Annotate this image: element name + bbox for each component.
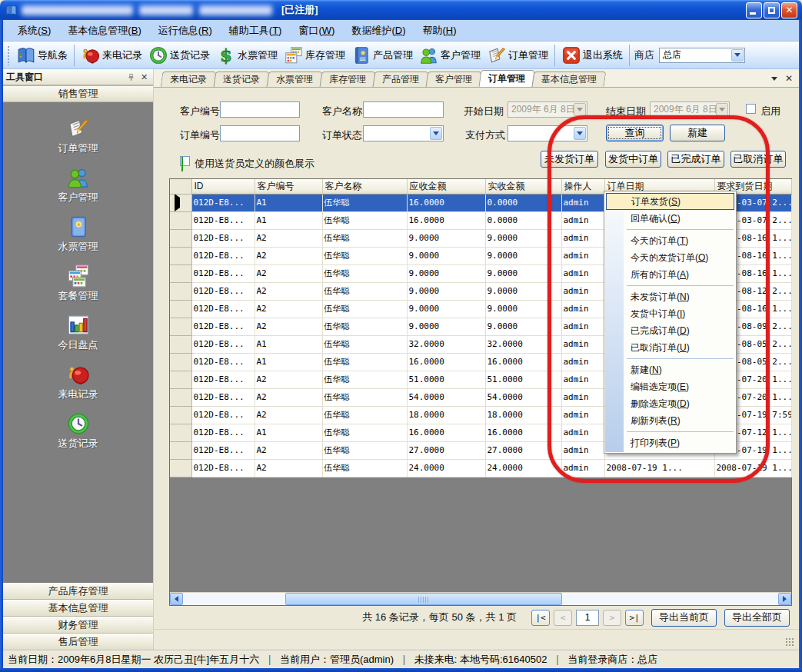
toolbar-button-navigator-icon[interactable]: 导航条: [13, 44, 71, 67]
sidebar-section-基本信息管理[interactable]: 基本信息管理: [3, 600, 153, 617]
tab-订单管理[interactable]: 订单管理: [478, 70, 534, 87]
tab-客户管理[interactable]: 客户管理: [426, 72, 482, 87]
menu-item[interactable]: 系统(S): [9, 22, 59, 40]
context-menu-item[interactable]: 未发货订单(N): [605, 288, 735, 305]
toolbar-button-call-record-icon[interactable]: 来电记录: [78, 44, 145, 67]
context-menu-item[interactable]: 回单确认(C): [605, 210, 735, 227]
menu-item[interactable]: 基本信息管理(B): [59, 22, 149, 40]
toolbar-button-water-ticket-icon[interactable]: $水票管理: [213, 44, 281, 67]
sidebar-item-水票管理[interactable]: 水票管理: [3, 215, 153, 264]
column-header[interactable]: 操作人: [561, 179, 604, 194]
query-button[interactable]: 查询: [606, 125, 664, 141]
pin-icon[interactable]: [125, 72, 137, 83]
context-menu-item[interactable]: 已取消订单(U): [605, 339, 735, 356]
chevron-down-icon[interactable]: [430, 127, 442, 140]
prev-page-button[interactable]: <: [554, 610, 572, 626]
start-date-picker[interactable]: 2009年 6月 8日: [507, 101, 587, 118]
new-button[interactable]: 新建: [670, 125, 725, 141]
scrollbar-thumb[interactable]: [285, 593, 562, 605]
status-filter-button-已取消订单[interactable]: 已取消订单: [730, 151, 786, 168]
tab-水票管理[interactable]: 水票管理: [267, 72, 323, 87]
customer-name-input[interactable]: [363, 101, 444, 118]
chevron-down-icon[interactable]: [574, 103, 586, 116]
close-button[interactable]: ✕: [781, 2, 797, 18]
menu-item[interactable]: 窗口(W): [290, 22, 343, 40]
context-menu-item[interactable]: 打印列表(P): [605, 434, 735, 451]
enable-checkbox[interactable]: [746, 104, 756, 114]
minimize-button[interactable]: [746, 2, 762, 18]
column-header[interactable]: 实收金额: [485, 179, 561, 194]
column-header[interactable]: 客户名称: [322, 179, 407, 194]
context-menu-item[interactable]: 所有的订单(A): [605, 266, 735, 283]
toolbar-button-product-icon[interactable]: 产品管理: [348, 44, 416, 67]
tab-产品管理[interactable]: 产品管理: [373, 72, 429, 87]
context-menu-item[interactable]: 订单发货(S): [606, 193, 734, 210]
sidebar-section-产品库存管理[interactable]: 产品库存管理: [3, 583, 153, 600]
chevron-down-icon[interactable]: [771, 77, 777, 81]
chevron-down-icon[interactable]: [731, 49, 744, 62]
context-menu-item[interactable]: 刷新列表(R): [605, 412, 735, 429]
chevron-down-icon[interactable]: [574, 127, 586, 140]
horizontal-scrollbar[interactable]: [170, 592, 791, 605]
sidebar-item-label: 订单管理: [58, 141, 98, 155]
maximize-button[interactable]: [764, 2, 780, 18]
sidebar-section-sales[interactable]: 销售管理: [3, 85, 153, 102]
toolbar-button-order-icon[interactable]: 订单管理: [484, 44, 551, 67]
last-page-button[interactable]: >|: [625, 610, 644, 626]
end-date-picker[interactable]: 2009年 6月 8日: [650, 101, 730, 118]
context-menu-item[interactable]: 已完成订单(D): [605, 322, 735, 339]
sidebar-item-来电记录[interactable]: 来电记录: [3, 362, 153, 411]
export-all-pages-button[interactable]: 导出全部页: [724, 609, 790, 627]
status-filter-button-未发货订单[interactable]: 未发货订单: [541, 151, 598, 168]
menu-item[interactable]: 数据维护(D): [343, 22, 414, 40]
scroll-right-icon[interactable]: [778, 593, 791, 605]
tab-送货记录[interactable]: 送货记录: [214, 72, 270, 87]
color-checkbox[interactable]: [180, 156, 190, 166]
toolbar-button-inventory-icon[interactable]: 库存管理: [281, 44, 348, 67]
sidebar-section-售后管理[interactable]: 售后管理: [3, 634, 153, 650]
first-page-button[interactable]: |<: [531, 610, 550, 626]
close-icon[interactable]: ✕: [138, 72, 150, 83]
context-menu-item[interactable]: 新建(N): [605, 361, 735, 378]
tab-库存管理[interactable]: 库存管理: [320, 72, 376, 87]
page-number-input[interactable]: [576, 610, 599, 626]
table-row[interactable]: 012D-E8...A2伍华聪24.000024.0000admin2008-0…: [170, 459, 791, 477]
order-status-select[interactable]: [363, 125, 444, 141]
column-header[interactable]: 客户编号: [255, 179, 322, 194]
sidebar-item-客户管理[interactable]: 客户管理: [3, 165, 153, 215]
status-filter-button-已完成订单[interactable]: 已完成订单: [667, 151, 724, 168]
column-header[interactable]: ID: [191, 179, 255, 194]
context-menu-item[interactable]: 发货中订单(I): [605, 305, 735, 322]
chevron-down-icon[interactable]: [716, 103, 728, 116]
context-menu-item[interactable]: 今天的订单(T): [605, 232, 735, 249]
context-menu-item[interactable]: 编辑选定项(E): [605, 378, 735, 395]
menu-item[interactable]: 帮助(H): [414, 22, 464, 40]
toolbar-button-customer-icon[interactable]: 客户管理: [416, 44, 484, 67]
close-icon[interactable]: ✕: [785, 73, 793, 84]
toolbar-grip[interactable]: [7, 45, 11, 65]
column-header[interactable]: 应收金额: [407, 179, 485, 194]
context-menu-item[interactable]: 今天的发货订单(O): [605, 249, 735, 266]
sidebar-item-送货记录[interactable]: 送货记录: [3, 411, 153, 461]
sidebar-item-套餐管理[interactable]: 套餐管理: [3, 264, 153, 313]
scroll-left-icon[interactable]: [170, 593, 183, 605]
sidebar-item-今日盘点[interactable]: 今日盘点: [3, 313, 153, 362]
status-filter-button-发货中订单[interactable]: 发货中订单: [605, 151, 661, 168]
menu-item[interactable]: 辅助工具(T): [221, 22, 291, 40]
shop-select[interactable]: 总店: [659, 48, 745, 63]
pay-method-select[interactable]: [507, 125, 587, 141]
sidebar-item-订单管理[interactable]: 订单管理: [3, 116, 153, 165]
sidebar-section-财务管理[interactable]: 财务管理: [3, 617, 153, 634]
export-current-page-button[interactable]: 导出当前页: [651, 609, 717, 627]
resize-grip[interactable]: [785, 637, 794, 647]
toolbar-button-delivery-record-icon[interactable]: 送货记录: [145, 44, 213, 67]
tab-基本信息管理[interactable]: 基本信息管理: [532, 72, 607, 87]
next-page-button[interactable]: >: [603, 610, 621, 626]
context-menu-item[interactable]: 删除选定项(D): [605, 395, 735, 412]
order-no-input[interactable]: [220, 125, 300, 141]
customer-no-input[interactable]: [220, 101, 300, 118]
menu-item[interactable]: 运行信息(R): [150, 22, 221, 40]
table-cell: 伍华聪: [322, 247, 407, 264]
tab-来电记录[interactable]: 来电记录: [161, 72, 217, 87]
toolbar-button-exit-icon[interactable]: 退出系统: [558, 44, 626, 67]
